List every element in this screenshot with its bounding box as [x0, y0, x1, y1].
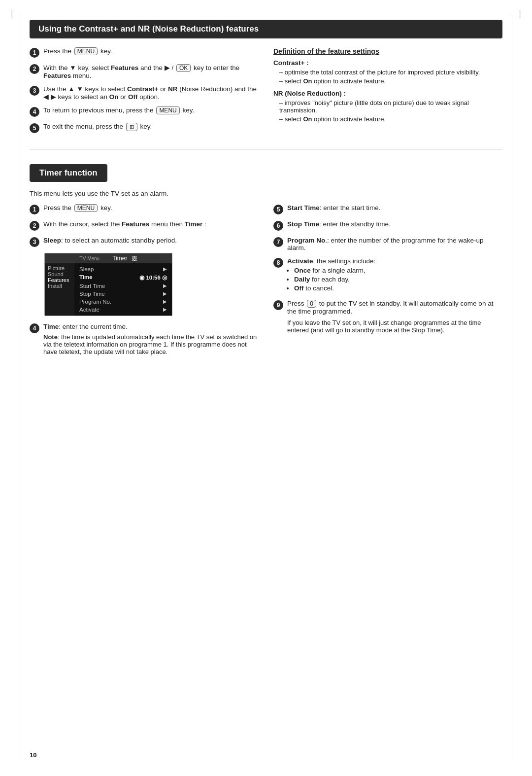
- tv-menu-sidebar: Picture Sound Features Install: [45, 263, 74, 316]
- menu-row-starttime: Start Time▶: [79, 282, 167, 290]
- s1-step5-post: key.: [140, 123, 152, 130]
- step-s2-3: 3 Sleep: to select an automatic standby …: [30, 237, 259, 247]
- menu-row-time: Time◉ 10:56 ◎: [79, 273, 167, 282]
- step-s2-9: 9 Press 0 to put the TV set in standby. …: [273, 300, 502, 334]
- bullet-once: Once for a single alarm,: [294, 267, 502, 274]
- section1-header: Using the Contrast+ and NR (Noise Reduct…: [30, 20, 502, 38]
- corner-tr: |: [519, 9, 521, 18]
- s2-step9-text: to put the TV set in standby. It will au…: [287, 300, 493, 315]
- exit-key-s1-5: ⊞: [126, 123, 137, 131]
- s2-step8-bullets: Once for a single alarm, Daily for each …: [287, 267, 502, 292]
- contrast-def-1: – optimise the total contrast of the pic…: [273, 69, 502, 76]
- step-s2-2: 2 With the cursor, select the Features m…: [30, 220, 259, 231]
- s2-step4-note: Note: the time is updated automatically …: [43, 333, 259, 355]
- s2-step1-pre: Press the: [43, 204, 73, 212]
- step-s2-4: 4 Time: enter the current time. Note: th…: [30, 323, 259, 355]
- sidebar-features: Features: [48, 277, 71, 283]
- s2-step1-post: key.: [100, 204, 112, 212]
- step-num-s2-5: 5: [273, 205, 283, 214]
- definition-heading: Definition of the feature settings: [273, 47, 502, 55]
- s2-step9-pre: Press: [287, 300, 306, 307]
- tv-menu-body: Picture Sound Features Install Sleep▶ Ti…: [45, 263, 172, 316]
- menu-row-programno: Program No.▶: [79, 298, 167, 306]
- s2-step8-text: Activate: the settings include:: [287, 257, 375, 265]
- vline-right: [512, 15, 512, 761]
- section2-steps-right: 5 Start Time: enter the start time. 6 St…: [273, 204, 502, 361]
- timer-intro: This menu lets you use the TV set as an …: [30, 190, 502, 197]
- step-num-s1-2: 2: [30, 64, 39, 74]
- step-num-s2-8: 8: [273, 258, 283, 268]
- nr-def-1: – improves "noisy" picture (little dots …: [273, 99, 502, 114]
- sidebar-sound: Sound: [48, 271, 71, 277]
- section2-title: Timer function: [39, 168, 98, 177]
- contrast-plus-label: Contrast+ :: [273, 59, 502, 67]
- menu-key-s1-4: MENU: [156, 106, 179, 114]
- s2-step9-extra: If you leave the TV set on, it will just…: [287, 319, 502, 334]
- vline-left: [20, 15, 20, 761]
- s1-step4-pre: To return to previous menu, press the: [43, 106, 155, 114]
- section1-definitions: Definition of the feature settings Contr…: [273, 47, 502, 139]
- menu-row-activate: Activate▶: [79, 306, 167, 314]
- s1-step4-post: key.: [182, 106, 194, 114]
- s1-step1-post: key.: [100, 47, 112, 55]
- step-num-s2-4: 4: [30, 323, 39, 333]
- step-s2-8: 8 Activate: the settings include: Once f…: [273, 257, 502, 294]
- step-s1-2: 2 With the ▼ key, select Features and th…: [30, 64, 259, 79]
- contrast-def-2: – select On option to activate feature.: [273, 77, 502, 85]
- s1-step3-text: Use the ▲ ▼ keys to select Contrast+ or …: [43, 85, 257, 101]
- step-num-s1-1: 1: [30, 48, 39, 58]
- step-s1-1: 1 Press the MENU key.: [30, 47, 259, 58]
- s2-step2-text: With the cursor, select the Features men…: [43, 220, 206, 228]
- section-divider: [30, 149, 502, 149]
- zero-key-s2-9: 0: [307, 300, 316, 308]
- s2-step6-text: Stop Time: enter the standby time.: [287, 220, 391, 228]
- sidebar-install: Install: [48, 283, 71, 289]
- step-num-s2-9: 9: [273, 300, 283, 310]
- step-num-s1-4: 4: [30, 107, 39, 117]
- s2-step7-text: Program No.: enter the number of the pro…: [287, 237, 483, 251]
- s1-step1-pre: Press the: [43, 47, 73, 55]
- tv-menu-header: TV Menu Timer 🖼: [45, 253, 172, 263]
- tv-menu-mockup: TV Menu Timer 🖼 Picture Sound Features I…: [44, 253, 172, 316]
- page-number: 10: [30, 751, 36, 759]
- menu-key-s2-1: MENU: [74, 204, 98, 212]
- s2-step5-text: Start Time: enter the start time.: [287, 204, 381, 212]
- step-s2-5: 5 Start Time: enter the start time.: [273, 204, 502, 214]
- step-num-s2-3: 3: [30, 237, 39, 247]
- step-s2-7: 7 Program No.: enter the number of the p…: [273, 237, 502, 251]
- step-num-s2-7: 7: [273, 237, 283, 247]
- menu-row-stoptime: Stop Time▶: [79, 290, 167, 298]
- tv-menu-main: Sleep▶ Time◉ 10:56 ◎ Start Time▶ Stop Ti…: [74, 263, 172, 316]
- step-s2-1: 1 Press the MENU key.: [30, 204, 259, 214]
- section1-steps-left: 1 Press the MENU key. 2 With the ▼ key, …: [30, 47, 259, 139]
- menu-row-sleep: Sleep▶: [79, 265, 167, 273]
- nr-def-2: – select On option to activate feature.: [273, 115, 502, 123]
- bullet-daily: Daily for each day,: [294, 276, 502, 283]
- step-num-s2-1: 1: [30, 205, 39, 214]
- s2-step3-text: Sleep: to select an automatic standby pe…: [43, 237, 177, 244]
- sidebar-picture: Picture: [48, 265, 71, 271]
- nr-label: NR (Noise Reduction) :: [273, 90, 502, 97]
- bullet-off: Off to cancel.: [294, 284, 502, 292]
- step-s2-6: 6 Stop Time: enter the standby time.: [273, 220, 502, 231]
- s2-step4-text: Time: enter the current time.: [43, 323, 128, 330]
- step-s1-3: 3 Use the ▲ ▼ keys to select Contrast+ o…: [30, 85, 259, 101]
- section1-title: Using the Contrast+ and NR (Noise Reduct…: [38, 24, 259, 34]
- step-num-s2-6: 6: [273, 221, 283, 231]
- step-num-s1-5: 5: [30, 123, 39, 133]
- step-num-s1-3: 3: [30, 86, 39, 96]
- section2-header: Timer function: [30, 164, 107, 182]
- step-num-s2-2: 2: [30, 221, 39, 231]
- menu-key-s1-1: MENU: [74, 47, 98, 55]
- section2-steps-left: 1 Press the MENU key. 2 With the cursor,…: [30, 204, 259, 361]
- s1-step5-pre: To exit the menu, press the: [43, 123, 125, 130]
- ok-key-s1-2: OK: [176, 64, 191, 72]
- step-s1-4: 4 To return to previous menu, press the …: [30, 106, 259, 117]
- corner-tl: |: [11, 9, 13, 18]
- s1-step2-text: With the ▼ key, select Features and the …: [43, 64, 175, 71]
- step-s1-5: 5 To exit the menu, press the ⊞ key.: [30, 123, 259, 133]
